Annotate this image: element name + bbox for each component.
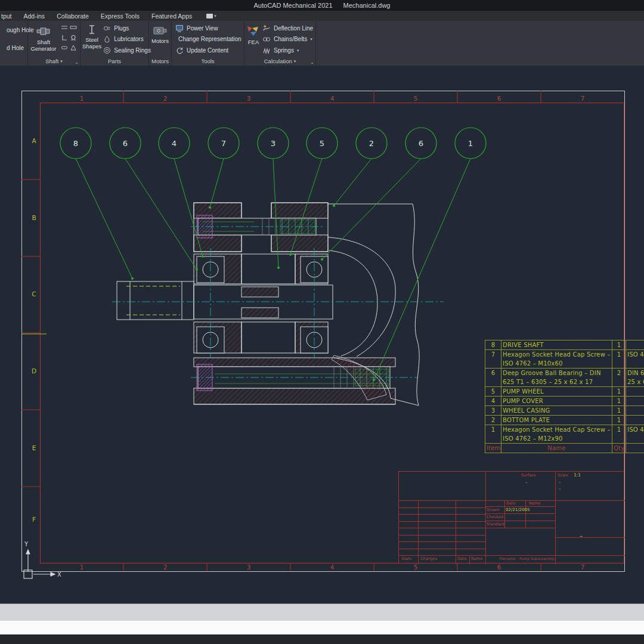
drawn-label: Drawn [487, 508, 499, 512]
update-content-button[interactable]: Update Content [174, 45, 242, 56]
i-beam-icon [88, 24, 96, 35]
checked-label: Checked [487, 515, 503, 519]
bottom-panel-light [0, 603, 644, 621]
svg-text:8: 8 [73, 139, 78, 148]
title-block-line [399, 514, 485, 515]
title-block-line [485, 521, 555, 521]
ribbon-tab-bar: tput Add-ins Collaborate Express Tools F… [0, 11, 644, 21]
fea-button[interactable]: FEA [246, 22, 261, 57]
field-dash: – [559, 487, 561, 491]
title-block-line [456, 500, 456, 564]
panel-label-motors: Motors [149, 57, 171, 66]
tab-collaborate[interactable]: Collaborate [57, 13, 89, 20]
ucs-y-label: Y [24, 541, 29, 547]
balloon[interactable]: 6 [405, 128, 436, 159]
panel-expander-icon[interactable]: ⌄ [75, 60, 79, 65]
tab-featured-apps[interactable]: Featured Apps [151, 13, 192, 20]
drive-shaft [117, 281, 333, 320]
half-shaft-icon[interactable] [70, 24, 77, 31]
balloon[interactable]: 5 [306, 128, 338, 159]
dropdown-arrow-icon: ▾ [310, 37, 312, 42]
chain-links-icon [262, 35, 271, 44]
deflection-line-button[interactable]: Deflection Line [261, 23, 315, 33]
name-column-label: Name [529, 501, 540, 506]
balloon[interactable]: 7 [208, 128, 239, 159]
plugs-button[interactable]: Plugs [101, 23, 153, 33]
cone-icon[interactable] [70, 44, 77, 51]
through-hole-button[interactable]: ough Hole [2, 24, 26, 35]
balloon[interactable]: 3 [258, 128, 289, 159]
panel-tools: Power View Change Representation Update … [172, 21, 244, 66]
refresh-icon [175, 47, 184, 55]
ribbon-display-toggle[interactable]: ▾ [206, 14, 216, 18]
title-block-line [485, 472, 486, 564]
bottom-panel-white [0, 621, 644, 634]
panel-calculation: FEA Deflection Line Chains/Belts ▾ Sprin… [244, 21, 316, 66]
title-block-line [399, 528, 485, 528]
parts-list-row: 2 BOTTOM PLATE 1 [485, 416, 644, 425]
zone-number: 5 [414, 564, 418, 571]
springs-button[interactable]: Springs ▾ [261, 45, 315, 56]
parts-list-row: 1 Hexagon Socket Head Cap Screw – ISO 47… [485, 425, 644, 444]
app-title: AutoCAD Mechanical 2021 [254, 2, 333, 9]
sealing-rings-button[interactable]: Sealing Rings [101, 45, 153, 56]
drawing-canvas[interactable]: 1 2 3 4 5 6 7 1 2 3 4 5 6 7 A B C D E [0, 66, 644, 603]
balloon-leaders [76, 159, 470, 381]
ucs-icon: Y X [24, 541, 61, 578]
title-block-line [525, 500, 526, 528]
parts-list[interactable]: 8 DRIVE SHAFT 1 7 Hexagon Socket Head Ca… [485, 340, 644, 453]
motors-button[interactable]: Motors [151, 22, 169, 57]
tab-add-ins[interactable]: Add-ins [24, 13, 45, 20]
title-block-line [399, 541, 485, 542]
zone-number: 4 [330, 564, 335, 571]
svg-text:3: 3 [271, 139, 275, 148]
title-block-line [469, 555, 470, 564]
bottom-status-strip [0, 634, 644, 644]
ucs-x-label: X [57, 571, 61, 578]
field-dash: – [559, 481, 561, 485]
motor-icon [153, 24, 168, 36]
balloon[interactable]: 1 [455, 128, 486, 159]
chains-belts-button[interactable]: Chains/Belts ▾ [261, 34, 315, 45]
svg-text:7: 7 [221, 139, 226, 148]
zone-number: 2 [163, 95, 168, 102]
balloon[interactable]: 2 [356, 128, 387, 159]
zone-number: 2 [163, 564, 168, 571]
lubricators-button[interactable]: Lubricators [101, 34, 153, 45]
panel-motors: Motors Motors [149, 21, 172, 66]
panel-label-calculation[interactable]: Calculation ▾ [244, 57, 315, 66]
title-block[interactable]: Surface – Scale 1:1 – – Date Name Drawn … [398, 471, 624, 564]
tab-express-tools[interactable]: Express Tools [101, 13, 140, 20]
svg-text:2: 2 [369, 139, 374, 148]
omega-wrench-icon[interactable] [70, 34, 77, 41]
panel-label-parts: Parts [80, 57, 148, 66]
panel-label-tools: Tools [172, 57, 244, 66]
panel-label-shaft[interactable]: Shaft ▾ [28, 57, 80, 66]
surface-value: – [525, 481, 528, 485]
balloon[interactable]: 8 [60, 128, 91, 159]
parts-list-row: 5 PUMP WHEEL 1 [485, 387, 644, 397]
filename-label: Filename: [499, 557, 516, 561]
slot-icon[interactable] [61, 44, 68, 51]
change-representation-button[interactable]: Change Representation [174, 34, 242, 45]
zone-number: 3 [247, 95, 251, 102]
power-view-button[interactable]: Power View [174, 23, 242, 33]
panel-expander-icon[interactable]: ⌄ [310, 60, 314, 65]
oil-drop-icon [103, 35, 111, 43]
l-profile-icon[interactable] [61, 34, 68, 41]
upper-bearings [194, 254, 328, 284]
steel-shapes-button[interactable]: Steel Shapes [82, 22, 101, 57]
parts-list-row: 4 PUMP COVER 1 [485, 397, 644, 406]
zone-number: 4 [330, 95, 335, 102]
title-block-line [555, 537, 625, 538]
balloon[interactable]: 4 [159, 128, 190, 159]
pump-assembly[interactable] [112, 203, 444, 405]
tapped-hole-button[interactable]: d Hole [2, 42, 26, 53]
power-view-icon [175, 24, 184, 32]
zone-number: 1 [80, 95, 84, 102]
tab-output[interactable]: tput [1, 13, 12, 20]
parallel-bars-icon[interactable] [61, 24, 68, 31]
shaft-generator-button[interactable]: Shaft Generator [30, 22, 57, 57]
deflection-line-icon [262, 24, 271, 32]
balloon[interactable]: 6 [110, 128, 141, 159]
